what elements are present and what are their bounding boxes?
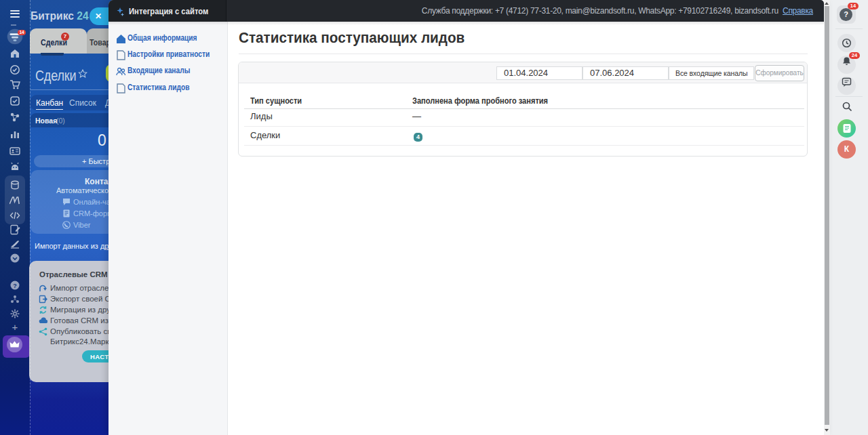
svg-text:?: ? (13, 283, 17, 289)
